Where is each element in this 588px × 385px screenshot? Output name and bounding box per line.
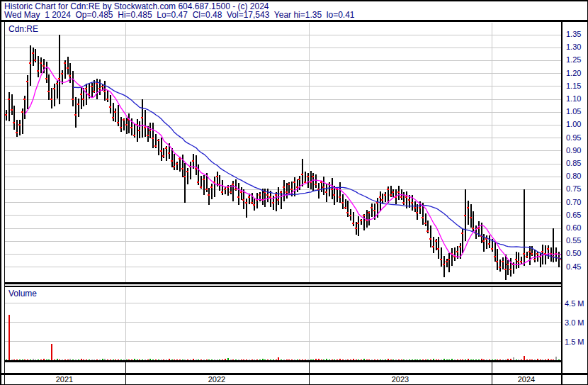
symbol-label: Cdn:RE [9,24,38,34]
price-tick: 1.15 [566,82,588,90]
volume-panel-label: Volume [9,289,37,298]
price-tick: 0.80 [566,172,588,180]
price-tick: 0.45 [566,262,588,271]
price-tick: 0.55 [566,236,588,245]
price-tick: 0.60 [566,223,588,232]
year-label: 2024 [505,375,548,384]
year-label: 2022 [196,375,238,384]
price-tick: 1.35 [566,30,588,38]
price-tick: 1.05 [566,107,588,116]
price-tick: 0.75 [566,184,588,193]
volume-tick: 3.0 M [565,318,588,327]
price-tick: 0.65 [566,211,588,219]
price-tick: 1.30 [566,43,588,51]
price-tick: 1.10 [566,94,588,103]
stockwatch-historic-chart-window: Historic Chart for Cdn:RE by Stockwatch.… [0,0,588,385]
year-label: 2021 [43,375,86,384]
year-label: 2023 [379,375,422,384]
price-tick: 0.85 [566,159,588,167]
price-tick: 0.70 [566,198,588,206]
price-tick: 0.95 [566,133,588,142]
price-tick: 0.90 [566,146,588,155]
price-tick: 1.25 [566,55,588,64]
price-tick: 0.50 [566,249,588,257]
volume-tick: 4.5 M [565,299,588,308]
stock-chart-canvas [1,1,588,385]
price-tick: 1.20 [566,69,588,77]
volume-tick: 1.5 M [565,337,588,346]
price-tick: 1.00 [566,120,588,128]
